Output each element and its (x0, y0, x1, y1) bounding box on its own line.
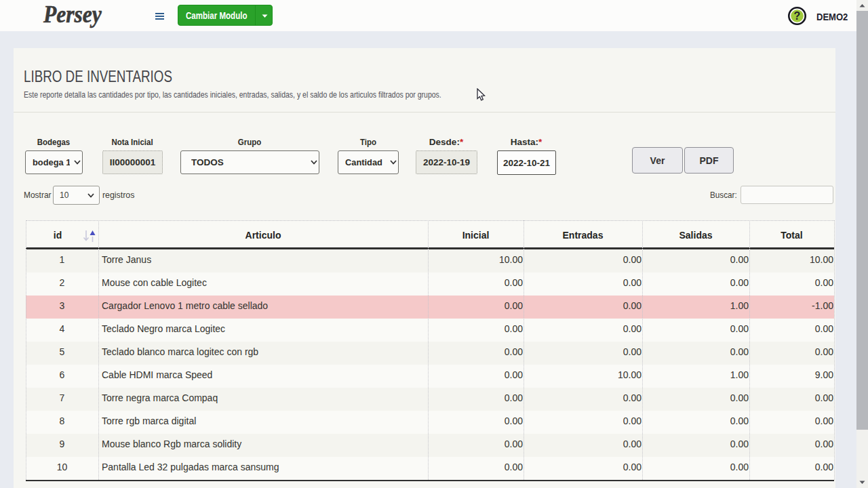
svg-text:?: ? (794, 10, 801, 22)
